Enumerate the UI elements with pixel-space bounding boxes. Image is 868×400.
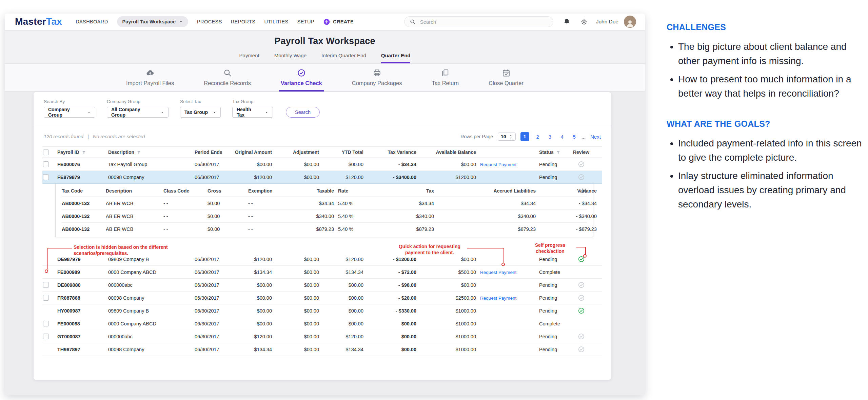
available-balance-cell: $1000.00 — [418, 321, 524, 326]
menu-dashboard[interactable]: DASHBOARD — [76, 19, 108, 24]
row-checkbox[interactable] — [43, 161, 49, 167]
tab-payment[interactable]: Payment — [239, 53, 259, 63]
workspace-selector[interactable]: Payroll Tax Workspace — [117, 16, 188, 27]
search-input[interactable] — [404, 16, 553, 27]
filter-funnel-icon[interactable] — [137, 150, 141, 155]
toolbar-tax-return[interactable]: Tax Return — [417, 64, 474, 91]
column-header-adjustment: Adjustment — [274, 149, 321, 155]
inlay-tax-detail: Tax CodeDescriptionClass CodeGrossExempt… — [55, 184, 593, 237]
row-select-cell — [42, 334, 57, 339]
review-check-icon[interactable] — [578, 174, 585, 181]
review-check-icon[interactable] — [578, 333, 585, 340]
filter-label: Company Group — [107, 99, 169, 104]
period-ends-cell: 06/30/2017 — [195, 308, 232, 314]
tax-group-dropdown[interactable]: Health Tax — [232, 107, 273, 118]
table-row[interactable]: DE809880000000abc06/30/2017$00.00$00.00$… — [42, 279, 602, 292]
status-cell: Pending — [524, 295, 568, 301]
table-row[interactable]: FE87987900098 Company06/30/2017$120.00$0… — [42, 171, 602, 184]
inlay-cell: $0.00 — [208, 226, 248, 232]
menu-process[interactable]: PROCESS — [197, 19, 222, 24]
column-header-payroll-id[interactable]: Payroll ID — [57, 149, 108, 155]
toolbar-company-packages[interactable]: Company Packages — [337, 64, 417, 91]
payroll-id-cell: HY000987 — [57, 308, 108, 314]
adjustment-cell: $00.00 — [274, 162, 321, 167]
toolbar-variance-check[interactable]: Variance Check — [266, 64, 337, 91]
request-payment-link[interactable]: Request Payment — [480, 162, 516, 167]
inlay-cell: $879.23 — [438, 226, 540, 232]
page-button-5[interactable]: 5 — [571, 134, 578, 140]
tab-monthly-wage[interactable]: Monthly Wage — [274, 53, 307, 63]
notifications-bell-icon[interactable] — [563, 18, 571, 26]
payroll-id-cell: DE809880 — [57, 282, 108, 288]
menu-create[interactable]: CREATE — [323, 18, 354, 25]
period-ends-cell: 06/30/2017 — [195, 269, 232, 275]
row-checkbox[interactable] — [43, 282, 49, 288]
settings-gear-icon[interactable] — [580, 18, 588, 26]
page-next-button[interactable]: Next — [590, 134, 601, 140]
column-header-description[interactable]: Description — [108, 149, 195, 155]
row-checkbox[interactable] — [43, 295, 49, 301]
review-cell — [568, 281, 597, 288]
page-button-4[interactable]: 4 — [558, 134, 566, 140]
column-header-status[interactable]: Status — [524, 149, 568, 155]
company-group-dropdown[interactable]: All Company Group — [107, 107, 169, 118]
toolbar-close-quarter[interactable]: Close Quarter — [474, 64, 538, 91]
toolbar-import-payroll-files[interactable]: Import Payroll Files — [111, 64, 189, 91]
row-checkbox[interactable] — [43, 174, 49, 180]
filter-funnel-icon[interactable] — [556, 150, 560, 155]
rows-per-page-value: 10 — [501, 134, 506, 139]
table-row[interactable]: DE98797909809 Company B06/30/2017$120.00… — [42, 253, 602, 266]
records-info: 120 records found | No records are selec… — [44, 134, 145, 139]
inlay-cell: $340.00 — [297, 214, 338, 219]
rows-per-page-selector[interactable]: 10 — [498, 133, 516, 141]
table-row[interactable]: TH98789700098 Company06/30/2017$134.34$0… — [42, 343, 602, 356]
table-row[interactable]: FE000076Tax Payroll Group06/30/2017$00.0… — [42, 158, 602, 171]
page-title: Payroll Tax Workspace — [5, 36, 645, 46]
request-payment-link[interactable]: Request Payment — [480, 296, 516, 301]
row-checkbox[interactable] — [43, 334, 49, 339]
available-balance-cell: $1000.00 — [418, 308, 524, 314]
menu-reports[interactable]: REPORTS — [231, 19, 256, 24]
description-cell: 09809 Company B — [108, 308, 195, 314]
ytd-total-cell: $00.00 — [321, 162, 366, 167]
row-checkbox[interactable] — [43, 321, 49, 326]
table-row[interactable]: FE0000880000 Company ABCD06/30/2017$00.0… — [42, 317, 602, 330]
select-tax-dropdown[interactable]: Tax Group — [180, 107, 221, 118]
tab-quarter-end[interactable]: Quarter End — [381, 53, 411, 63]
review-check-icon[interactable] — [578, 346, 585, 353]
table-row[interactable]: FR08786800098 Company06/30/2017$00.00$00… — [42, 292, 602, 304]
page-button-2[interactable]: 2 — [534, 134, 541, 140]
tax-variance-cell: $00.00 — [366, 321, 418, 326]
review-check-icon[interactable] — [578, 256, 585, 263]
inlay-row: AB0000-132AB ER WCB- -$0.00- -$879.235.4… — [62, 223, 587, 236]
original-amount-cell: $00.00 — [232, 282, 274, 288]
toolbar-reconcile-records[interactable]: Reconcile Records — [189, 64, 265, 91]
search-button[interactable]: Search — [286, 107, 320, 118]
chevron-down-icon — [179, 20, 183, 24]
row-select-cell — [42, 295, 57, 301]
menu-setup[interactable]: SETUP — [297, 19, 314, 24]
request-payment-link[interactable]: Request Payment — [480, 270, 516, 275]
user-name[interactable]: John Doe — [596, 19, 618, 25]
table-row[interactable]: HY00098709809 Company B06/30/2017$00.00$… — [42, 304, 602, 317]
page-button-1[interactable]: 1 — [520, 132, 529, 141]
search-by-dropdown[interactable]: Company Group — [44, 107, 95, 118]
adjustment-cell: $00.00 — [274, 269, 321, 275]
select-all-checkbox[interactable] — [43, 149, 49, 155]
review-check-icon[interactable] — [578, 281, 585, 288]
inlay-cell: $0.00 — [208, 201, 248, 206]
stepper-icon[interactable] — [509, 134, 513, 139]
inlay-cell: $0.00 — [208, 214, 248, 219]
review-check-icon[interactable] — [578, 294, 585, 301]
review-check-icon[interactable] — [578, 161, 585, 168]
table-row[interactable]: GT000087000000abc06/30/2017$120.00$00.00… — [42, 330, 602, 343]
menu-utilities[interactable]: UTILITIES — [264, 19, 288, 24]
review-check-icon[interactable] — [578, 307, 585, 314]
page-button-3[interactable]: 3 — [546, 134, 554, 140]
challenge-item: How to present too much information in a… — [678, 72, 865, 101]
user-avatar[interactable] — [624, 16, 636, 28]
table-row[interactable]: FE0009890000 Company ABCD06/30/2017$134.… — [42, 266, 602, 279]
tab-interim-quarter-end[interactable]: Interim Quarter End — [321, 53, 366, 63]
filter-funnel-icon[interactable] — [82, 150, 86, 155]
close-icon[interactable] — [580, 187, 588, 194]
